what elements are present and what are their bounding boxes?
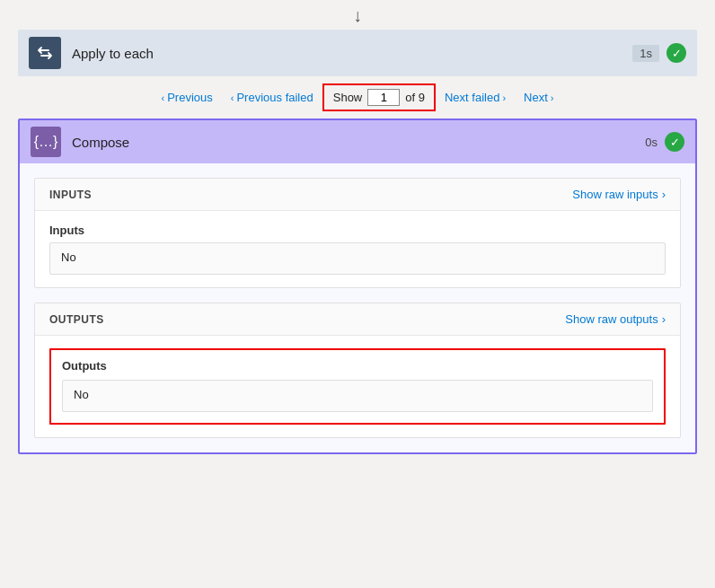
- next-button[interactable]: Next ›: [515, 87, 562, 108]
- apply-each-title: Apply to each: [72, 46, 632, 61]
- compose-time: 0s: [645, 136, 658, 149]
- prev-failed-chevron-icon: ‹: [231, 92, 234, 103]
- outputs-inner-label: Outputs: [51, 359, 664, 380]
- show-pagination-box: Show of 9: [322, 83, 436, 111]
- previous-button[interactable]: ‹ Previous: [153, 87, 222, 108]
- apply-each-icon: [29, 37, 61, 69]
- show-raw-outputs-arrow-icon: ›: [662, 312, 666, 326]
- apply-each-success-badge: ✓: [666, 43, 686, 63]
- arrow-down-icon: ↓: [353, 0, 362, 30]
- inputs-field-value: No: [49, 242, 666, 275]
- compose-header: {…} Compose 0s ✓: [20, 120, 695, 163]
- outputs-inner-value: No: [62, 380, 653, 412]
- pagination-bar: ‹ Previous ‹ Previous failed Show of 9 N…: [18, 76, 697, 118]
- show-raw-outputs-button[interactable]: Show raw outputs ›: [565, 312, 666, 326]
- inputs-header-label: INPUTS: [49, 189, 92, 201]
- inputs-section: INPUTS Show raw inputs › Inputs No: [34, 178, 681, 288]
- apply-each-time: 1s: [632, 45, 659, 62]
- inputs-section-header: INPUTS Show raw inputs ›: [35, 179, 680, 211]
- inputs-section-body: Inputs No: [35, 211, 680, 287]
- next-failed-label: Next failed: [445, 91, 499, 104]
- compose-icon: {…}: [31, 127, 61, 157]
- next-failed-chevron-icon: ›: [502, 92, 506, 103]
- show-raw-inputs-arrow-icon: ›: [662, 188, 666, 201]
- page-number-input[interactable]: [367, 89, 400, 106]
- show-raw-inputs-button[interactable]: Show raw inputs ›: [572, 188, 666, 201]
- apply-each-bar: Apply to each 1s ✓: [18, 30, 697, 76]
- outputs-section-header: OUTPUTS Show raw outputs ›: [35, 303, 680, 336]
- outputs-section: OUTPUTS Show raw outputs › Outputs No: [34, 303, 681, 438]
- next-chevron-icon: ›: [551, 92, 554, 103]
- previous-failed-button[interactable]: ‹ Previous failed: [222, 87, 322, 108]
- outputs-header-label: OUTPUTS: [49, 313, 104, 326]
- previous-failed-label: Previous failed: [236, 91, 313, 104]
- prev-chevron-icon: ‹: [162, 92, 165, 103]
- compose-success-badge: ✓: [665, 132, 684, 152]
- outputs-highlighted-box: Outputs No: [49, 348, 666, 425]
- next-failed-button[interactable]: Next failed ›: [436, 87, 515, 108]
- next-label: Next: [524, 91, 548, 104]
- previous-label: Previous: [167, 91, 213, 104]
- compose-title: Compose: [72, 135, 645, 150]
- show-label: Show: [333, 91, 363, 104]
- show-raw-outputs-label: Show raw outputs: [565, 312, 658, 326]
- inputs-field-label: Inputs: [49, 224, 666, 237]
- show-raw-inputs-label: Show raw inputs: [572, 188, 658, 201]
- of-total-label: of 9: [405, 91, 425, 104]
- main-card: {…} Compose 0s ✓ INPUTS Show raw inputs …: [18, 118, 697, 454]
